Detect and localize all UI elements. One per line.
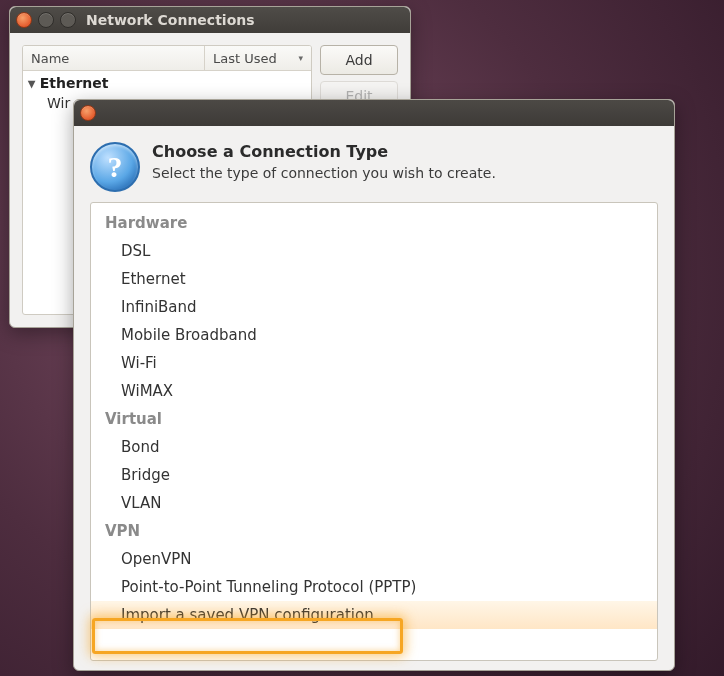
list-header: Name Last Used ▾ (23, 46, 311, 71)
close-icon[interactable] (16, 12, 32, 28)
dialog-heading: Choose a Connection Type (152, 142, 496, 161)
col-last-used-label: Last Used (213, 51, 277, 66)
option-mobile-broadband[interactable]: Mobile Broadband (91, 321, 657, 349)
option-wimax[interactable]: WiMAX (91, 377, 657, 405)
section-vpn: VPN (91, 517, 657, 545)
option-openvpn[interactable]: OpenVPN (91, 545, 657, 573)
dialog-titlebar[interactable] (74, 100, 674, 126)
col-last-used[interactable]: Last Used ▾ (205, 46, 311, 70)
option-vlan[interactable]: VLAN (91, 489, 657, 517)
triangle-down-icon: ▶ (27, 81, 38, 89)
maximize-icon[interactable] (60, 12, 76, 28)
option-infiniband[interactable]: InfiniBand (91, 293, 657, 321)
option-dsl[interactable]: DSL (91, 237, 657, 265)
option-ethernet[interactable]: Ethernet (91, 265, 657, 293)
section-virtual: Virtual (91, 405, 657, 433)
option-bridge[interactable]: Bridge (91, 461, 657, 489)
dialog-subheading: Select the type of connection you wish t… (152, 165, 496, 181)
group-label: Ethernet (40, 75, 109, 91)
add-button[interactable]: Add (320, 45, 398, 75)
option-pptp[interactable]: Point-to-Point Tunneling Protocol (PPTP) (91, 573, 657, 601)
close-icon[interactable] (80, 105, 96, 121)
connection-type-dropdown[interactable]: Hardware DSL Ethernet InfiniBand Mobile … (90, 202, 658, 661)
section-hardware: Hardware (91, 209, 657, 237)
titlebar[interactable]: Network Connections (10, 7, 410, 33)
col-name[interactable]: Name (23, 46, 205, 70)
option-wifi[interactable]: Wi-Fi (91, 349, 657, 377)
connection-type-dialog: ? Choose a Connection Type Select the ty… (73, 99, 675, 671)
question-icon: ? (90, 142, 140, 192)
sort-indicator-icon: ▾ (298, 53, 303, 63)
window-title: Network Connections (86, 12, 255, 28)
option-import-vpn[interactable]: Import a saved VPN configuration... (91, 601, 657, 629)
minimize-icon[interactable] (38, 12, 54, 28)
option-bond[interactable]: Bond (91, 433, 657, 461)
group-ethernet[interactable]: ▶Ethernet (23, 73, 311, 93)
